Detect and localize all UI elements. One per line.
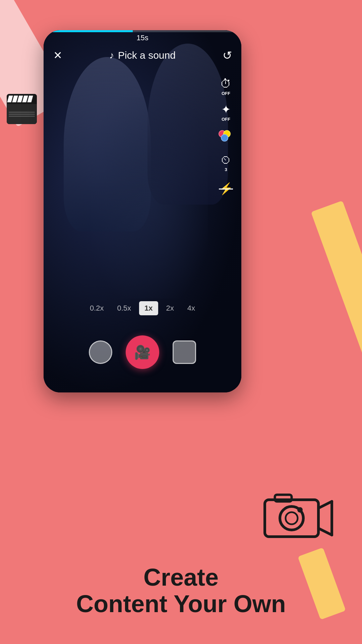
colors-tool-button[interactable] [217,128,235,147]
close-button[interactable]: ✕ [50,48,65,63]
countdown-tool-button[interactable]: ⏲ 3 [217,154,235,172]
flash-tool-icon: ⚡ [219,182,233,195]
effects-tool-label: OFF [222,117,230,122]
speed-option-2x[interactable]: 2x [161,301,179,315]
flip-icon: ↺ [223,49,232,62]
colors-icon [219,130,233,145]
progress-bar-fill [44,30,133,32]
speed-option-4x[interactable]: 4x [182,301,200,315]
speed-option-02x[interactable]: 0.2x [84,301,109,315]
record-button[interactable]: 🎥 [126,335,159,369]
speed-option-1x[interactable]: 1x [139,301,158,315]
music-note-icon: ♪ [109,50,114,61]
gallery-button[interactable] [89,340,112,364]
color-blue-circle [221,134,228,142]
top-toolbar: ✕ ♪ Pick a sound ↺ [44,44,241,67]
record-icon: 🎥 [134,344,151,360]
timer-tool-button[interactable]: ⏱ OFF [217,77,235,96]
flash-tool-button[interactable]: ⚡ [217,179,235,198]
close-icon: ✕ [53,50,62,61]
flip-camera-button[interactable]: ↺ [220,48,235,63]
countdown-tool-icon: ⏲ [221,154,231,166]
sound-picker-button[interactable]: ♪ Pick a sound [65,50,220,61]
speed-option-05x[interactable]: 0.5x [112,301,137,315]
create-line1: Create [76,564,286,591]
timer-tool-icon: ⏱ [220,77,232,90]
speed-selector: 0.2x 0.5x 1x 2x 4x [84,301,200,315]
create-text: Create Content Your Own [76,564,286,617]
bottom-controls: 🎥 [44,329,241,376]
countdown-tool-label: 3 [225,167,227,172]
effects-tool-icon: ✦ [221,103,231,116]
sound-picker-label: Pick a sound [118,50,176,61]
effects-tool-button[interactable]: ✦ OFF [217,103,235,121]
right-toolbar: ⏱ OFF ✦ OFF ⏲ 3 ⚡ [217,77,235,198]
phone-frame: 15s ✕ ♪ Pick a sound ↺ ⏱ OFF ✦ OFF [44,30,241,392]
timer-tool-label: OFF [222,91,230,96]
upload-button[interactable] [173,340,196,364]
bottom-section: Create Content Your Own [0,392,362,644]
progress-bar-container [44,30,241,32]
timer-display: 15s [136,34,148,42]
clapper-icon [7,94,37,124]
create-line2: Content Your Own [76,591,286,617]
